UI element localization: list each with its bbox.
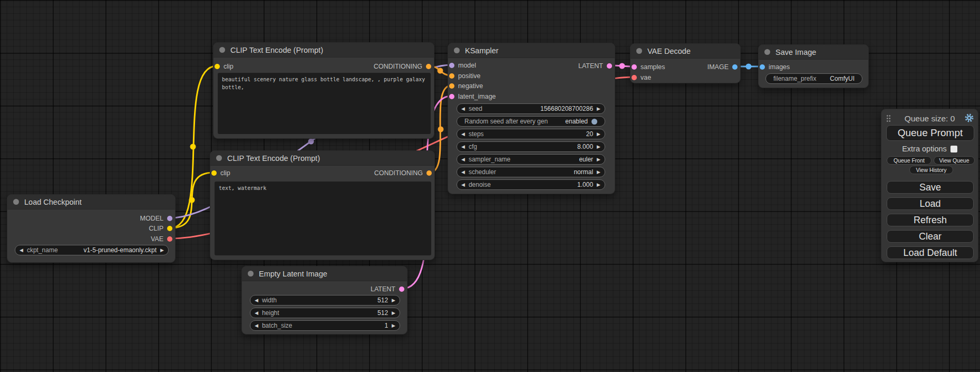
node-titlebar[interactable]: CLIP Text Encode (Prompt)	[214, 43, 434, 58]
node-graph-canvas[interactable]: Load Checkpoint MODEL CLIP VAE ◀ ckpt_na…	[0, 0, 980, 372]
port-dot-conditioning[interactable]	[449, 83, 454, 89]
port-dot-vae[interactable]	[167, 236, 172, 242]
widget-seed[interactable]: ◀ seed 156680208700286 ▶	[457, 103, 605, 114]
widget-width[interactable]: ◀ width 512 ▶	[250, 295, 400, 306]
decrement-arrow-icon[interactable]: ◀	[20, 248, 23, 253]
widget-height[interactable]: ◀ height 512 ▶	[250, 308, 400, 318]
output-port-conditioning[interactable]: CONDITIONING	[210, 168, 434, 178]
clear-button[interactable]: Clear	[887, 230, 974, 243]
input-port-vae[interactable]: vae	[630, 72, 740, 83]
port-dot-conditioning[interactable]	[449, 73, 454, 79]
widget-ckpt-name[interactable]: ◀ ckpt_name v1-5-pruned-emaonly.ckpt ▶	[15, 245, 169, 255]
link-midpoint-dot[interactable]	[189, 197, 195, 203]
prompt-text-input[interactable]: text, watermark	[215, 182, 431, 255]
port-dot-clip[interactable]	[167, 226, 172, 231]
decrement-arrow-icon[interactable]: ◀	[461, 157, 465, 162]
save-button[interactable]: Save	[887, 181, 974, 194]
increment-arrow-icon[interactable]: ▶	[597, 170, 600, 175]
port-dot-image[interactable]	[732, 64, 738, 70]
view-queue-button[interactable]: View Queue	[934, 156, 975, 165]
output-port-vae[interactable]: VAE	[7, 234, 175, 244]
link-midpoint-dot[interactable]	[746, 64, 752, 70]
decrement-arrow-icon[interactable]: ◀	[255, 298, 258, 303]
increment-arrow-icon[interactable]: ▶	[597, 157, 600, 162]
widget-batch-size[interactable]: ◀ batch_size 1 ▶	[250, 320, 400, 331]
port-dot-conditioning[interactable]	[426, 170, 432, 176]
increment-arrow-icon[interactable]: ▶	[392, 298, 395, 303]
port-dot-model[interactable]	[167, 216, 172, 221]
input-port-negative[interactable]: negative	[448, 81, 615, 91]
increment-arrow-icon[interactable]: ▶	[392, 311, 395, 316]
input-port-positive[interactable]: positive	[448, 71, 615, 81]
output-port-image[interactable]: IMAGE	[630, 62, 740, 72]
collapse-dot-icon[interactable]	[764, 49, 770, 55]
node-titlebar[interactable]: Load Checkpoint	[7, 195, 175, 209]
widget-filename-prefix[interactable]: filename_prefix ComfyUI	[765, 73, 862, 84]
decrement-arrow-icon[interactable]: ◀	[461, 132, 465, 137]
prompt-text-input[interactable]: beautiful scenery nature glass bottle la…	[218, 73, 431, 134]
port-dot-latent[interactable]	[607, 63, 612, 69]
decrement-arrow-icon[interactable]: ◀	[255, 311, 258, 316]
output-port-model[interactable]: MODEL	[7, 213, 175, 224]
output-port-latent[interactable]: LATENT	[242, 284, 407, 294]
decrement-arrow-icon[interactable]: ◀	[461, 183, 465, 187]
widget-sampler-name[interactable]: ◀ sampler_name euler ▶	[457, 154, 605, 165]
queue-front-button[interactable]: Queue Front	[887, 156, 932, 165]
node-vae-decode[interactable]: VAE Decode samples IMAGE vae	[630, 43, 741, 83]
widget-steps[interactable]: ◀ steps 20 ▶	[457, 129, 605, 139]
increment-arrow-icon[interactable]: ▶	[160, 248, 164, 253]
node-titlebar[interactable]: VAE Decode	[630, 44, 740, 59]
node-clip-text-encode-negative[interactable]: CLIP Text Encode (Prompt) clip CONDITION…	[210, 150, 435, 260]
decrement-arrow-icon[interactable]: ◀	[461, 170, 465, 175]
link-midpoint-dot[interactable]	[619, 63, 625, 69]
widget-denoise[interactable]: ◀ denoise 1.000 ▶	[457, 179, 605, 190]
decrement-arrow-icon[interactable]: ◀	[461, 107, 465, 111]
link-midpoint-dot[interactable]	[438, 68, 443, 74]
extra-options-checkbox[interactable]	[950, 146, 957, 152]
increment-arrow-icon[interactable]: ▶	[597, 145, 600, 149]
collapse-dot-icon[interactable]	[13, 199, 19, 205]
port-dot-image[interactable]	[760, 64, 765, 70]
node-load-checkpoint[interactable]: Load Checkpoint MODEL CLIP VAE ◀ ckpt_na…	[7, 194, 176, 263]
node-titlebar[interactable]: KSampler	[448, 43, 615, 58]
port-dot-conditioning[interactable]	[426, 64, 431, 69]
output-port-latent[interactable]: LATENT	[448, 61, 615, 71]
node-clip-text-encode-positive[interactable]: CLIP Text Encode (Prompt) clip CONDITION…	[213, 42, 434, 139]
load-default-button[interactable]: Load Default	[887, 246, 974, 259]
widget-random-seed-toggle[interactable]: Random seed after every gen enabled	[457, 116, 605, 127]
node-titlebar[interactable]: Save Image	[759, 45, 868, 60]
input-port-latent-image[interactable]: latent_image	[448, 91, 615, 102]
collapse-dot-icon[interactable]	[636, 48, 642, 54]
increment-arrow-icon[interactable]: ▶	[597, 107, 600, 111]
increment-arrow-icon[interactable]: ▶	[392, 323, 395, 328]
increment-arrow-icon[interactable]: ▶	[597, 183, 600, 187]
collapse-dot-icon[interactable]	[216, 155, 222, 161]
increment-arrow-icon[interactable]: ▶	[597, 132, 600, 137]
port-dot-latent[interactable]	[449, 94, 454, 99]
link-midpoint-dot[interactable]	[190, 144, 196, 150]
collapse-dot-icon[interactable]	[454, 47, 460, 53]
view-history-button[interactable]: View History	[909, 166, 953, 174]
link-midpoint-dot[interactable]	[438, 127, 444, 132]
widget-scheduler[interactable]: ◀ scheduler normal ▶	[457, 167, 605, 177]
link-midpoint-dot[interactable]	[308, 139, 314, 145]
refresh-button[interactable]: Refresh	[887, 214, 974, 226]
decrement-arrow-icon[interactable]: ◀	[461, 145, 465, 149]
toggle-on-indicator[interactable]	[591, 119, 597, 125]
port-dot-latent[interactable]	[399, 287, 404, 292]
decrement-arrow-icon[interactable]: ◀	[255, 323, 258, 328]
node-save-image[interactable]: Save Image images filename_prefix ComfyU…	[758, 44, 869, 88]
port-dot-vae[interactable]	[632, 75, 637, 80]
node-ksampler[interactable]: KSampler model LATENT positive negative …	[448, 43, 615, 194]
node-titlebar[interactable]: Empty Latent Image	[242, 266, 407, 281]
node-titlebar[interactable]: CLIP Text Encode (Prompt)	[210, 151, 434, 166]
collapse-dot-icon[interactable]	[248, 271, 254, 276]
settings-gear-icon[interactable]	[965, 113, 974, 125]
input-port-images[interactable]: images	[759, 62, 868, 72]
widget-cfg[interactable]: ◀ cfg 8.000 ▶	[457, 141, 605, 152]
load-button[interactable]: Load	[887, 197, 974, 210]
queue-prompt-button[interactable]: Queue Prompt	[886, 125, 974, 141]
node-empty-latent-image[interactable]: Empty Latent Image LATENT ◀ width 512 ▶ …	[241, 266, 407, 335]
output-port-clip[interactable]: CLIP	[7, 223, 175, 234]
collapse-dot-icon[interactable]	[219, 47, 225, 53]
